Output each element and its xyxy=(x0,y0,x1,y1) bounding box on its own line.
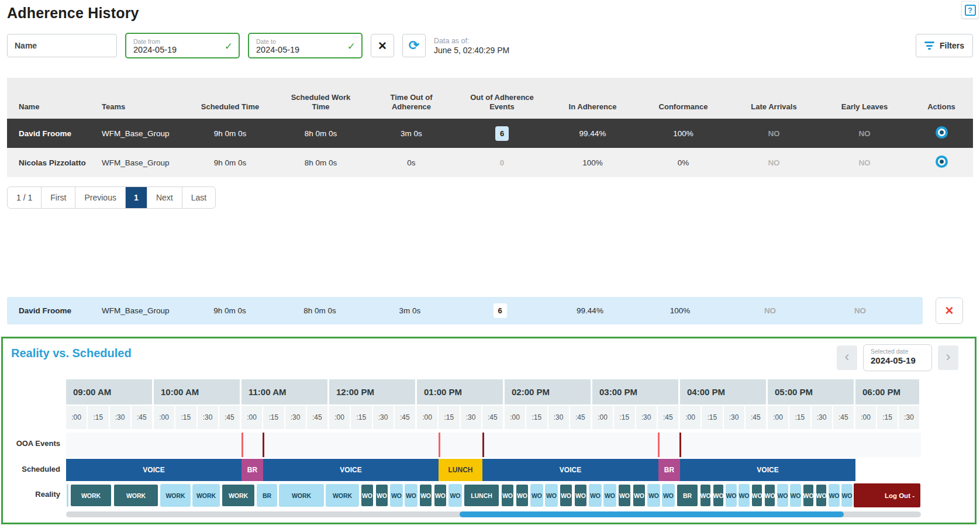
view-agent-eye-icon[interactable] xyxy=(936,155,948,168)
reality-segment-work: WORK xyxy=(325,483,360,507)
cell-in_adherence: 99.44% xyxy=(547,129,638,138)
quarter-tick: :15 xyxy=(702,406,722,429)
reality-segment-wo: WO xyxy=(632,483,646,507)
reality-segment-wo: WO xyxy=(751,483,763,507)
scheduled-segment-voice: VOICE xyxy=(66,459,241,481)
reality-segment-wo: WO xyxy=(647,483,661,507)
close-detail-button[interactable]: ✕ xyxy=(936,298,963,324)
column-header-0: Name xyxy=(7,102,90,112)
quarter-tick: :00 xyxy=(154,406,174,429)
name-filter-input[interactable] xyxy=(7,34,117,57)
table-header-row: NameTeamsScheduled TimeScheduled Work Ti… xyxy=(7,78,973,119)
cell-scheduled_work_time: 8h 0m 0s xyxy=(275,158,366,167)
date-to-value: 2024-05-19 xyxy=(256,45,299,55)
hour-label: 10:00 AM xyxy=(154,379,240,404)
pagination-last[interactable]: Last xyxy=(182,187,215,208)
reality-segment-wo: WO xyxy=(574,483,588,507)
filter-funnel-icon xyxy=(924,42,934,50)
hour-label: 06:00 PM xyxy=(855,379,919,404)
pagination-page-1[interactable]: 1 xyxy=(126,187,147,208)
quarter-tick: :45 xyxy=(570,406,591,429)
cell-scheduled_time: 9h 0m 0s xyxy=(185,129,275,138)
scheduled-segment-br: BR xyxy=(658,459,680,481)
quarter-tick: :30 xyxy=(373,406,394,429)
hour-column-7: 04:00 PM:00:15:30:45 xyxy=(680,379,768,429)
quarter-tick: :00 xyxy=(505,406,525,429)
refresh-button[interactable]: ⟳ xyxy=(402,34,426,57)
ooa-events-badge[interactable]: 6 xyxy=(495,126,509,141)
data-as-of: Data as of: June 5, 02:40:29 PM xyxy=(434,36,509,56)
column-header-2: Scheduled Time xyxy=(185,102,275,112)
cell-scheduled_time: 9h 0m 0s xyxy=(185,306,275,315)
reality-segment-wo: WO xyxy=(603,483,617,507)
quarter-tick: :45 xyxy=(219,406,240,429)
quarter-tick: :00 xyxy=(768,406,788,429)
panel-title: Reality vs. Scheduled xyxy=(11,347,132,360)
reality-segment-gap xyxy=(66,483,69,507)
cell-late_arrivals: NO xyxy=(729,129,819,138)
timeline-hours-line: 09:00 AM:00:15:30:4510:00 AM:00:15:30:45… xyxy=(11,379,967,429)
reality-line: Reality WORKWORKWORKWORKWORKBRWORKWORKWO… xyxy=(11,481,967,507)
pagination-next[interactable]: Next xyxy=(147,187,182,208)
reality-segment-wo: WO xyxy=(559,483,573,507)
cell-time_out_of_adherence: 0s xyxy=(366,158,457,167)
reality-segment-log-out-: Log Out - xyxy=(854,483,920,507)
scheduled-segment-br: BR xyxy=(241,459,263,481)
hour-label: 03:00 PM xyxy=(592,379,678,404)
quarter-tick: :45 xyxy=(658,406,678,429)
quarter-tick: :00 xyxy=(855,406,876,429)
quarter-tick: :30 xyxy=(198,406,218,429)
filters-button[interactable]: Filters xyxy=(916,34,973,57)
quarter-tick: :30 xyxy=(110,406,130,429)
filter-bar: Date from 2024-05-19 ✓ Date to 2024-05-1… xyxy=(7,33,973,58)
table-row-nicolas-pizzolatto[interactable]: Nicolas PizzolattoWFM_Base_Group9h 0m 0s… xyxy=(7,148,973,177)
hour-column-9: 06:00 PM:00:15:30 xyxy=(855,379,921,429)
previous-day-button[interactable]: ‹ xyxy=(837,345,857,370)
selected-date-value: 2024-05-19 xyxy=(871,355,926,366)
view-agent-eye-icon[interactable] xyxy=(936,126,948,139)
cell-in_adherence: 99.44% xyxy=(545,306,635,315)
quarter-tick: :15 xyxy=(789,406,810,429)
cell-teams: WFM_Base_Group xyxy=(90,158,185,167)
selected-date-field[interactable]: Selected date 2024-05-19 xyxy=(863,344,932,371)
column-header-8: Late Arrivals xyxy=(729,102,819,112)
timeline: 09:00 AM:00:15:30:4510:00 AM:00:15:30:45… xyxy=(11,379,967,517)
date-from-value: 2024-05-19 xyxy=(133,45,177,55)
reality-segment-work: WORK xyxy=(221,483,256,507)
reality-segment-work: WORK xyxy=(113,483,159,507)
cell-time_out_of_adherence: 3m 0s xyxy=(366,129,457,138)
ooa-event-marker-end xyxy=(482,433,484,457)
reality-segment-wo: WO xyxy=(738,483,750,507)
scheduled-segment-voice: VOICE xyxy=(482,459,658,481)
cell-name: David Froome xyxy=(7,129,90,138)
pagination-first[interactable]: First xyxy=(42,187,75,208)
help-button[interactable]: ? xyxy=(961,1,979,19)
cell-actions xyxy=(910,126,973,140)
hour-label: 05:00 PM xyxy=(768,379,854,404)
timeline-scrollbar[interactable] xyxy=(66,511,921,517)
pagination-previous[interactable]: Previous xyxy=(75,187,125,208)
ooa-events-badge[interactable]: 6 xyxy=(494,303,507,318)
clear-dates-button[interactable]: ✕ xyxy=(371,34,394,57)
reality-segment-work: WORK xyxy=(160,483,191,507)
table-row-david-froome[interactable]: David FroomeWFM_Base_Group9h 0m 0s8h 0m … xyxy=(7,119,973,148)
date-from-field[interactable]: Date from 2024-05-19 ✓ xyxy=(125,33,240,58)
hour-column-4: 01:00 PM:00:15:30:45 xyxy=(417,379,505,429)
reality-segment-wo: WO xyxy=(588,483,602,507)
scrollbar-thumb[interactable] xyxy=(460,511,844,517)
cell-conformance: 100% xyxy=(638,129,729,138)
reality-segment-wo: WO xyxy=(815,483,827,507)
quarter-tick: :45 xyxy=(482,406,503,429)
reality-segment-wo: WO xyxy=(661,483,675,507)
hours-strip: 09:00 AM:00:15:30:4510:00 AM:00:15:30:45… xyxy=(66,379,921,429)
quarter-tick: :30 xyxy=(548,406,569,429)
ooa-event-marker-start xyxy=(439,433,440,457)
next-day-button[interactable]: › xyxy=(938,345,958,370)
clear-icon: ✕ xyxy=(378,39,387,53)
reality-segment-wo: WO xyxy=(789,483,802,507)
quarter-tick: :15 xyxy=(439,406,459,429)
reality-segment-wo: WO xyxy=(777,483,789,507)
date-to-field[interactable]: Date to 2024-05-19 ✓ xyxy=(248,33,363,58)
hour-label: 04:00 PM xyxy=(680,379,766,404)
quarter-tick: :30 xyxy=(812,406,832,429)
